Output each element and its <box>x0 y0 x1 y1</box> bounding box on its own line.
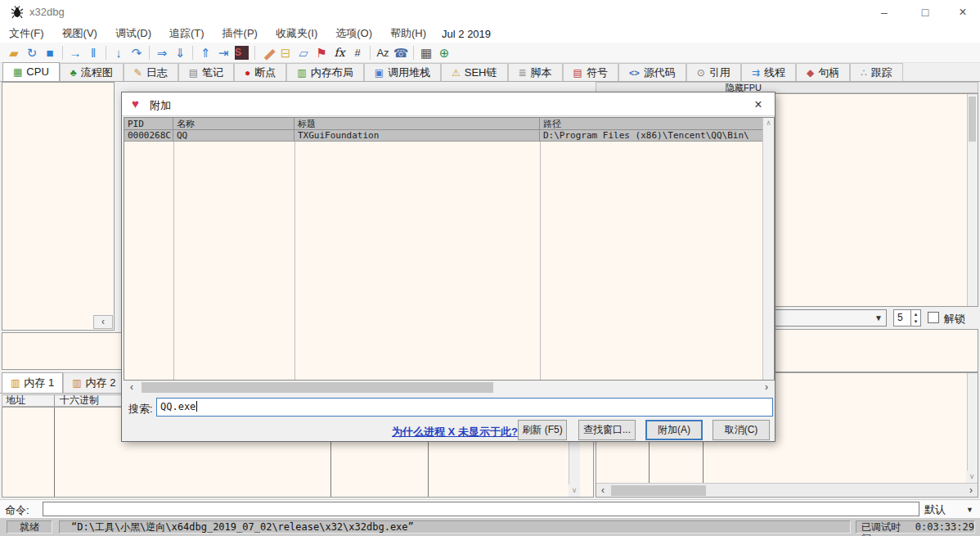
comments-icon[interactable]: ⊟ <box>276 44 294 61</box>
memory-map-icon: ▥ <box>297 65 306 81</box>
disassembly-pane[interactable] <box>2 82 115 331</box>
globe-icon[interactable]: ⊕ <box>435 44 453 61</box>
cancel-button[interactable]: 取消(C) <box>713 420 770 440</box>
toolbar-separator <box>413 46 414 60</box>
menu-plugins[interactable]: 插件(P) <box>214 25 267 43</box>
tab-call-stack[interactable]: ▣调用堆栈 <box>364 63 441 81</box>
menu-file[interactable]: 文件(F) <box>0 25 53 43</box>
bookmarks-icon[interactable]: ⚑ <box>312 44 330 61</box>
attach-button[interactable]: 附加(A) <box>645 420 703 440</box>
process-row-selected[interactable]: 0000268C QQ TXGuiFoundation D:\Program F… <box>124 130 763 142</box>
scroll-down-icon[interactable]: ∨ <box>569 484 580 497</box>
tab-dump-1[interactable]: ▥内存 1 <box>2 372 63 393</box>
find-window-button[interactable]: 查找窗口... <box>578 420 636 440</box>
run-trace-icon[interactable]: ⇒ <box>153 44 171 61</box>
tab-dump-2[interactable]: ▥内存 2 <box>63 372 124 393</box>
tab-label: 引用 <box>709 65 731 81</box>
tab-handles[interactable]: ◆句柄 <box>796 63 850 81</box>
search-input[interactable]: QQ.exe <box>156 398 773 417</box>
status-ready-badge: 就绪 <box>7 520 52 534</box>
skip-icon[interactable]: ⇓ <box>171 44 189 61</box>
menu-options[interactable]: 选项(O) <box>326 25 381 43</box>
refresh-button[interactable]: 刷新 (F5) <box>518 420 567 440</box>
tab-memory-map[interactable]: ▥内存布局 <box>286 63 363 81</box>
command-input[interactable] <box>43 502 919 516</box>
scrollbar-thumb[interactable] <box>611 485 706 496</box>
dump-icon: ▥ <box>11 377 20 389</box>
scrollbar-thumb[interactable] <box>142 382 493 393</box>
tab-script[interactable]: ≣脚本 <box>508 63 563 81</box>
cpu-icon: ▦ <box>13 64 22 80</box>
scroll-right-icon[interactable]: › <box>964 484 978 497</box>
tab-threads[interactable]: ⇉线程 <box>741 63 796 81</box>
run-icon[interactable]: → <box>66 44 84 61</box>
column-divider <box>173 142 174 380</box>
tab-cpu[interactable]: ▦CPU <box>2 62 60 81</box>
spin-up-icon[interactable]: ▴ <box>915 311 918 317</box>
scroll-right-icon[interactable]: › <box>760 381 773 394</box>
step-into-icon[interactable]: ↓ <box>110 44 128 61</box>
tab-log[interactable]: ✎日志 <box>124 63 178 81</box>
minimize-icon[interactable]: – <box>872 0 897 25</box>
command-profile-combobox[interactable]: 默认 ▼ <box>924 502 975 516</box>
tab-breakpoints[interactable]: ●断点 <box>234 63 286 81</box>
step-over-icon[interactable]: ↷ <box>128 44 146 61</box>
scroll-up-icon[interactable]: ∧ <box>763 119 774 127</box>
disassembly-scroll-left[interactable]: ‹ <box>93 315 113 329</box>
phone-icon[interactable]: ☎ <box>392 44 410 61</box>
tab-graph[interactable]: ♣流程图 <box>60 63 124 81</box>
tab-symbols[interactable]: ▤符号 <box>563 63 618 81</box>
run-to-user-code-icon[interactable]: ⇥ <box>214 44 232 61</box>
scroll-down-icon[interactable]: ∨ <box>966 471 978 483</box>
hash-icon[interactable]: # <box>348 44 366 61</box>
chevron-down-icon: ▼ <box>966 506 973 514</box>
column-header-title[interactable]: 标题 <box>294 118 540 129</box>
column-divider <box>54 408 55 497</box>
stop-icon[interactable]: ■ <box>41 44 59 61</box>
menu-build-date[interactable]: Jul 2 2019 <box>435 28 497 40</box>
patches-icon[interactable]: ▬ <box>258 44 276 61</box>
spinner-arrows[interactable]: ▴▾ <box>910 310 920 326</box>
spin-down-icon[interactable]: ▾ <box>915 318 918 324</box>
menu-trace[interactable]: 追踪(T) <box>160 25 214 43</box>
scrollbar-thumb[interactable] <box>969 97 976 142</box>
functions-icon[interactable]: fx <box>330 44 348 61</box>
table-scrollbar-vertical[interactable]: ∧ <box>762 118 774 380</box>
tab-notes[interactable]: ▤笔记 <box>178 63 234 81</box>
labels-icon[interactable]: ▱ <box>294 44 312 61</box>
execute-till-return-icon[interactable]: ⇑ <box>196 44 214 61</box>
dump-icon: ▥ <box>72 377 81 389</box>
column-header-pid[interactable]: PID <box>124 118 173 129</box>
strings-icon[interactable]: Az <box>374 44 392 61</box>
restart-icon[interactable]: ↻ <box>23 44 41 61</box>
calculator-icon[interactable]: ▦ <box>417 44 435 61</box>
menu-help[interactable]: 帮助(H) <box>381 25 435 43</box>
tab-source[interactable]: <>源代码 <box>618 63 686 81</box>
tab-trace[interactable]: ∴跟踪 <box>850 63 903 81</box>
column-header-path[interactable]: 路径 <box>540 118 763 129</box>
stack-scrollbar-vertical[interactable]: ∨ <box>967 373 978 483</box>
tab-label: 跟踪 <box>871 65 892 81</box>
tab-label: 线程 <box>764 65 785 81</box>
menu-debug[interactable]: 调试(D) <box>106 25 160 43</box>
menu-favourites[interactable]: 收藏夹(I) <box>267 25 326 43</box>
open-file-icon[interactable]: ▰ <box>5 44 23 61</box>
pause-icon[interactable]: ‖ <box>84 44 102 61</box>
dialog-close-icon[interactable]: × <box>748 95 768 115</box>
registers-scrollbar[interactable] <box>967 94 978 306</box>
tab-label: 断点 <box>254 65 276 81</box>
table-scrollbar-horizontal[interactable]: ‹ › <box>124 381 775 394</box>
maximize-icon[interactable]: □ <box>913 0 937 25</box>
unlock-checkbox[interactable] <box>928 312 939 323</box>
why-not-shown-link[interactable]: 为什么进程 X 未显示于此? <box>392 425 518 439</box>
scroll-left-icon[interactable]: ‹ <box>596 484 609 497</box>
tab-references[interactable]: ⊙引用 <box>686 63 741 81</box>
menu-view[interactable]: 视图(V) <box>53 25 106 43</box>
close-icon[interactable]: × <box>951 0 975 25</box>
tab-seh[interactable]: ⚠SEH链 <box>441 63 508 81</box>
seh-chain-icon[interactable]: S <box>235 46 249 60</box>
scroll-left-icon[interactable]: ‹ <box>125 381 138 394</box>
stack-scrollbar-horizontal[interactable]: ‹ › <box>596 483 978 497</box>
column-header-name[interactable]: 名称 <box>173 118 294 129</box>
rows-spinner[interactable]: 5 ▴▾ <box>893 309 921 327</box>
